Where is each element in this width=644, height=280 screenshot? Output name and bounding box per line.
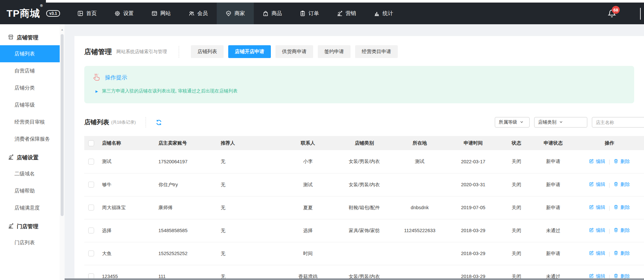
sidebar-item-shop-category[interactable]: 店铺分类 (0, 79, 60, 96)
row-checkbox[interactable] (88, 228, 94, 233)
cell-status: 关闭 (499, 242, 533, 265)
nav-item-label: 订单 (309, 10, 319, 17)
delete-link[interactable]: 删除 (614, 204, 630, 210)
action-separator (609, 183, 610, 188)
sidebar-item-subdomain[interactable]: 二级域名 (0, 165, 60, 182)
dashed-divider (179, 46, 179, 58)
cell-apply_time: 2019-07-05 (447, 196, 499, 219)
dashed-divider (146, 117, 146, 128)
column-header: 申请状态 (533, 136, 573, 150)
edit-link[interactable]: 编辑 (589, 204, 605, 210)
tab-contract-apply[interactable]: 签约申请 (318, 45, 351, 58)
sidebar-item-shop-level[interactable]: 店铺等级 (0, 96, 60, 113)
cell-apply_status: 新申请 (533, 150, 573, 173)
cell-referrer: 无 (218, 219, 280, 242)
page-subtitle: 网站系统店铺索引与管理 (116, 49, 167, 55)
sidebar-item-category-audit[interactable]: 经营类目审核 (0, 113, 60, 130)
row-checkbox[interactable] (88, 205, 94, 210)
tab-shop-list[interactable]: 店铺列表 (191, 45, 224, 58)
filter-bar: 所属等级 店铺类别 (495, 117, 644, 128)
notifications-button[interactable]: 68 (607, 9, 616, 18)
nav-item-orders[interactable]: 订单 (291, 3, 328, 24)
cell-apply_time: 2018-03-29 (447, 242, 499, 265)
delete-link[interactable]: 删除 (614, 250, 630, 256)
nav-item-stats[interactable]: 统计 (365, 3, 402, 24)
sidebar-item-consumer-protection[interactable]: 消费者保障服务 (0, 130, 60, 148)
level-select[interactable]: 所属等级 (495, 117, 530, 128)
top-strip-dark (0, 0, 46, 3)
page-header: 店铺管理 网站系统店铺索引与管理 店铺列表店铺开店申请供货商申请签约申请经营类目… (84, 45, 634, 58)
owner-name-input[interactable] (592, 117, 644, 128)
cell-apply_status: 新申请 (533, 173, 573, 196)
select-all-checkbox[interactable] (88, 140, 94, 146)
delete-link[interactable]: 删除 (614, 181, 630, 188)
sidebar-section-shop-settings[interactable]: 店铺设置 (0, 148, 60, 165)
row-actions: 编辑删除 (573, 173, 644, 196)
delete-icon (614, 228, 618, 233)
edit-link[interactable]: 编辑 (589, 181, 605, 188)
tab-shop-open-apply[interactable]: 店铺开店申请 (228, 45, 271, 58)
sidebar-item-shop-satisfaction[interactable]: 店铺满意度 (0, 199, 60, 216)
cell-apply_time: 2022-03-17 (447, 150, 499, 173)
row-checkbox[interactable] (88, 250, 94, 256)
sidebar-item-shop-list[interactable]: 店铺列表 (0, 45, 60, 62)
tab-supplier-apply[interactable]: 供货商申请 (275, 45, 313, 58)
cell-location: 112455222633 (392, 219, 447, 242)
nav-item-members[interactable]: 会员 (180, 3, 217, 24)
delete-label: 删除 (620, 204, 630, 210)
nav-item-goods[interactable]: 商品 (254, 3, 291, 24)
logo-text: TP商城® (7, 7, 43, 20)
row-checkbox-cell (84, 173, 99, 196)
row-checkbox[interactable] (88, 182, 94, 188)
tab-category-apply[interactable]: 经营类目申请 (355, 45, 398, 58)
marketing-icon (337, 10, 343, 16)
cell-apply_time: 2018-03-29 (447, 219, 499, 242)
cell-category: 女装/男装/内衣 (336, 173, 392, 196)
trend-icon (8, 154, 14, 161)
horizontal-scrollbar[interactable] (65, 278, 644, 280)
cell-contact: 选择 (280, 219, 336, 242)
edit-icon (589, 182, 594, 188)
sidebar-item-shop-help[interactable]: 店铺帮助 (0, 182, 60, 199)
row-checkbox[interactable] (88, 159, 94, 165)
cell-location: dnbsdnk (392, 196, 447, 219)
delete-link[interactable]: 删除 (614, 227, 630, 233)
alert-title: 操作提示 (105, 74, 127, 81)
shop-table: 店铺名称店主卖家账号推荐人联系人店铺类别所在地申请时间状态申请状态操作 测试17… (84, 136, 644, 280)
nav-item-label: 营销 (346, 10, 356, 17)
cell-category (336, 242, 392, 265)
edit-link[interactable]: 编辑 (589, 250, 605, 256)
nav-item-merchant[interactable]: 商家 (217, 3, 254, 24)
sidebar-item-store-list[interactable]: 门店列表 (0, 234, 60, 251)
cell-account: 15485858585 (156, 219, 218, 242)
edit-link[interactable]: 编辑 (589, 227, 605, 233)
delete-label: 删除 (620, 181, 630, 188)
row-checkbox-cell (84, 265, 99, 280)
column-header: 申请时间 (447, 136, 499, 150)
nav-item-marketing[interactable]: 营销 (328, 3, 365, 24)
row-actions: 编辑删除 (573, 242, 644, 265)
nav-item-website[interactable]: 网站 (143, 3, 180, 24)
list-header: 店铺列表 (共18条记录) 所属等级 店铺类别 (84, 117, 634, 128)
row-actions: 编辑删除 (573, 219, 644, 242)
orders-icon (300, 10, 306, 16)
edit-label: 编辑 (596, 227, 605, 233)
sidebar-item-self-shop[interactable]: 自营店铺 (0, 62, 60, 79)
notification-count-badge: 68 (612, 6, 620, 14)
category-select[interactable]: 店铺类别 (534, 117, 587, 128)
registered-mark: ® (40, 4, 43, 8)
sidebar-scrollbar[interactable]: ▲ (60, 24, 65, 280)
scroll-up-arrow-icon[interactable]: ▲ (60, 24, 65, 31)
column-header: 店铺类别 (336, 136, 392, 150)
nav-item-settings[interactable]: 设置 (106, 3, 143, 24)
scrollbar-thumb[interactable] (61, 34, 64, 216)
edit-link[interactable]: 编辑 (589, 158, 605, 165)
delete-link[interactable]: 删除 (614, 158, 630, 165)
sidebar-section-shop-manage[interactable]: 店铺管理 (0, 28, 60, 45)
app-logo: TP商城® v3.1 (0, 3, 69, 24)
sidebar-section-store-manage[interactable]: 门店管理 (0, 216, 60, 234)
cell-location (392, 265, 447, 280)
nav-item-home[interactable]: 首页 (69, 3, 106, 24)
refresh-button[interactable] (156, 119, 162, 126)
cell-referrer: 无 (218, 196, 280, 219)
